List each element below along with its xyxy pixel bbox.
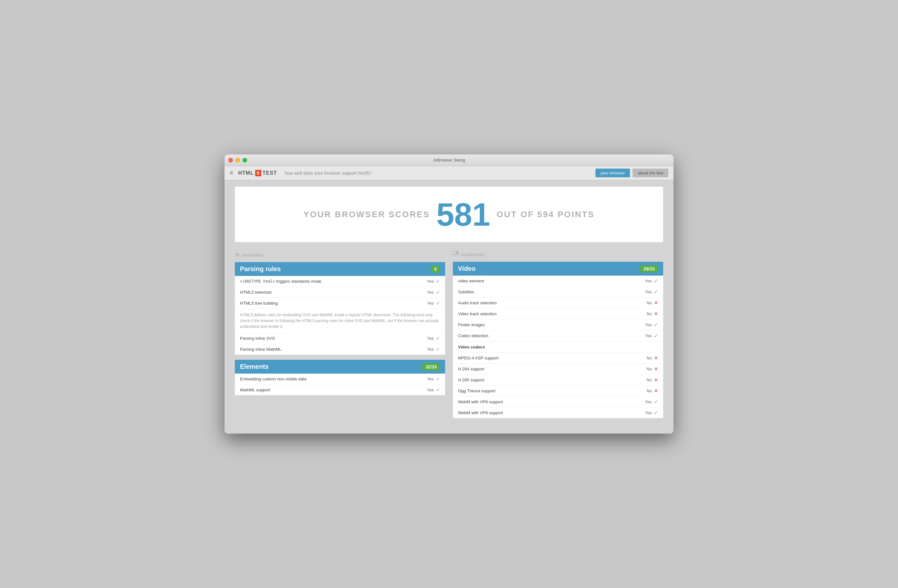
video-header: Video 29/33	[453, 262, 663, 276]
multimedia-title: multimedia	[461, 252, 485, 257]
test-result: Yes ✓	[421, 387, 440, 393]
table-row: WebM with VP8 support Yes ✓	[453, 396, 663, 407]
parsing-rules-category: Parsing rules 5 <!DOCTYPE html> triggers…	[235, 262, 445, 355]
toolbar: ≡ HTML 5 TEST how well does your browser…	[224, 166, 674, 180]
logo-5-badge: 5	[255, 170, 261, 177]
table-row: Parsing inline SVG Yes ✓	[235, 333, 445, 344]
about-test-button[interactable]: about the test	[632, 169, 668, 177]
elements-header: Elements 32/33	[235, 360, 445, 374]
subheader-text: Video codecs	[458, 345, 485, 350]
video-score: 29/33	[640, 265, 658, 272]
result-text: Yes	[427, 336, 434, 341]
elements-score: 32/33	[422, 363, 440, 370]
check-icon: ✓	[654, 289, 658, 295]
check-icon: ✓	[436, 289, 440, 295]
table-row: Subtitles Yes ✓	[453, 287, 663, 298]
video-category: Video 29/33 video element Yes ✓ Subti	[453, 262, 663, 418]
test-name: Parsing inline SVG	[240, 336, 421, 341]
test-name: HTML5 tokenizer	[240, 290, 421, 295]
table-row: HTML5 tokenizer Yes ✓	[235, 287, 445, 298]
table-row: HTML5 tree building Yes ✓	[235, 298, 445, 309]
test-result: No ✕	[639, 366, 658, 372]
maximize-button[interactable]	[243, 158, 247, 163]
test-result: No ✕	[639, 300, 658, 306]
parsing-rules-header: Parsing rules 5	[235, 262, 445, 276]
x-icon: ✕	[654, 377, 658, 383]
result-text: No	[646, 367, 652, 372]
app-window: JxBrowser Swing ≡ HTML 5 TEST how well d…	[224, 154, 674, 434]
semantics-title: semantics	[242, 252, 264, 258]
table-row: Audio track selection No ✕	[453, 298, 663, 309]
result-text: Yes	[645, 333, 652, 338]
test-result: Yes ✓	[421, 346, 440, 352]
test-name: WebM with VP9 support	[458, 410, 639, 415]
table-row: MPEG-4 ASP support No ✕	[453, 353, 663, 364]
check-icon: ✓	[654, 278, 658, 284]
test-name: H.264 support	[458, 367, 639, 372]
test-result: Yes ✓	[639, 289, 658, 295]
tagline: how well does your browser support html5…	[285, 170, 372, 176]
result-text: Yes	[645, 322, 652, 327]
table-row: WebM with VP9 support Yes ✓	[453, 407, 663, 418]
check-icon: ✓	[436, 278, 440, 284]
table-row: MathML support Yes ✓	[235, 385, 445, 395]
test-name: video element	[458, 278, 639, 283]
x-icon: ✕	[654, 300, 658, 306]
table-row: video element Yes ✓	[453, 276, 663, 287]
elements-category: Elements 32/33 Embedding custom non-visi…	[235, 360, 445, 395]
test-name: Parsing inline MathML	[240, 347, 421, 352]
check-icon: ✓	[436, 335, 440, 341]
semantics-header: ≋ semantics	[235, 251, 445, 258]
test-result: No ✕	[639, 377, 658, 383]
score-number: 581	[437, 198, 490, 230]
result-text: Yes	[427, 301, 434, 306]
content-columns: ≋ semantics Parsing rules 5 <!DOCTYPE ht…	[235, 251, 663, 423]
test-name: Embedding custom non-visible data	[240, 376, 421, 381]
test-result: No ✕	[639, 388, 658, 394]
site-logo: HTML 5 TEST	[238, 170, 277, 177]
test-result: Yes ✓	[421, 335, 440, 341]
check-icon: ✓	[654, 333, 658, 339]
svg-rect-0	[453, 251, 457, 255]
result-text: Yes	[645, 290, 652, 294]
test-name: HTML5 tree building	[240, 301, 421, 306]
logo-test-text: TEST	[263, 170, 277, 176]
test-result: No ✕	[639, 311, 658, 317]
note-row: HTML5 defines rules for embedding SVG an…	[235, 309, 445, 333]
check-icon: ✓	[436, 346, 440, 352]
parsing-rules-score: 5	[431, 266, 440, 273]
table-row: Poster images Yes ✓	[453, 319, 663, 330]
check-icon: ✓	[436, 300, 440, 306]
your-browser-button[interactable]: your browser	[595, 169, 630, 177]
check-icon: ✓	[436, 387, 440, 393]
test-result: Yes ✓	[639, 399, 658, 405]
menu-icon[interactable]: ≡	[230, 170, 233, 177]
close-button[interactable]	[228, 158, 233, 163]
result-text: No	[646, 312, 652, 316]
x-icon: ✕	[654, 366, 658, 372]
result-text: Yes	[427, 347, 434, 352]
check-icon: ✓	[654, 322, 658, 328]
test-name: H.265 support	[458, 378, 639, 382]
window-title: JxBrowser Swing	[433, 158, 465, 163]
minimize-button[interactable]	[235, 158, 240, 163]
window-controls	[228, 158, 247, 163]
test-result: Yes ✓	[639, 410, 658, 416]
score-prefix: YOUR BROWSER SCORES	[303, 210, 430, 220]
x-icon: ✕	[654, 388, 658, 394]
table-row: Parsing inline MathML Yes ✓	[235, 344, 445, 355]
check-icon: ✓	[654, 410, 658, 416]
multimedia-icon	[453, 251, 459, 258]
svg-rect-2	[457, 253, 459, 255]
check-icon: ✓	[654, 399, 658, 405]
table-row: Embedding custom non-visible data Yes ✓	[235, 374, 445, 385]
logo-html-text: HTML	[238, 170, 254, 176]
main-content: YOUR BROWSER SCORES 581 OUT OF 594 POINT…	[224, 180, 674, 434]
test-name: Subtitles	[458, 290, 639, 294]
result-text: Yes	[645, 399, 652, 404]
result-text: Yes	[427, 279, 434, 284]
result-text: Yes	[427, 387, 434, 392]
test-result: Yes ✓	[639, 333, 658, 339]
result-text: No	[646, 301, 652, 305]
table-row: H.265 support No ✕	[453, 375, 663, 385]
